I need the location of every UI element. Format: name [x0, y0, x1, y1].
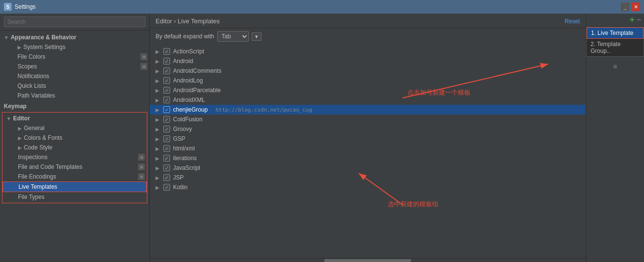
remove-button[interactable]: −	[637, 16, 641, 24]
row-checkbox-6[interactable]: ✓	[163, 106, 170, 113]
sidebar-item-path-variables[interactable]: Path Variables	[0, 91, 149, 100]
sidebar-item-scopes[interactable]: Scopes ⊞	[0, 62, 149, 71]
sidebar-item-appearance[interactable]: ▼ Appearance & Behavior	[0, 33, 149, 42]
list-item[interactable]: ▶ ✓ AndroidXML	[150, 95, 586, 105]
sidebar-item-code-style[interactable]: ▶ Code Style	[2, 143, 147, 152]
row-name-2: AndroidComments	[173, 67, 221, 74]
row-arrow-7: ▶	[156, 117, 160, 122]
close-button[interactable]: ✕	[631, 2, 640, 11]
dropdown-item-live-template[interactable]: 1. Live Template	[587, 27, 644, 39]
row-arrow-1: ▶	[156, 59, 160, 64]
row-arrow-6: ▶	[156, 107, 160, 113]
sidebar-item-inspections[interactable]: Inspections ⊞	[2, 152, 147, 162]
list-item[interactable]: ▶ ✓ ColdFusion	[150, 115, 586, 124]
row-checkbox-1[interactable]: ✓	[163, 58, 170, 65]
list-item[interactable]: ▶ ✓ Kotlin	[150, 182, 586, 192]
sidebar-item-label-general: General	[24, 125, 143, 131]
sidebar-item-quick-lists[interactable]: Quick Lists	[0, 81, 149, 91]
row-arrow-10: ▶	[156, 146, 160, 151]
list-item[interactable]: ▶ ✓ html/xml	[150, 144, 586, 153]
row-arrow-0: ▶	[156, 49, 160, 54]
row-checkbox-12[interactable]: ✓	[163, 164, 170, 171]
sidebar-item-general[interactable]: ▶ General	[2, 123, 147, 133]
sidebar-item-label-inspections: Inspections	[18, 154, 138, 161]
row-checkbox-14[interactable]: ✓	[163, 184, 170, 191]
search-input[interactable]	[4, 16, 145, 27]
sidebar-item-label-file-colors: File Colors	[17, 53, 140, 60]
sidebar-item-editor[interactable]: ▼ Editor	[2, 114, 147, 123]
row-name-5: AndroidXML	[173, 97, 205, 103]
nav-section-appearance: ▼ Appearance & Behavior ▶ System Setting…	[0, 33, 149, 100]
far-right-panel: + − 1. Live Template 2. Template Group..…	[586, 14, 644, 262]
sidebar-item-label-path-variables: Path Variables	[17, 92, 55, 99]
list-item[interactable]: ▶ ✓ GSP	[150, 134, 586, 144]
sidebar-item-system-settings[interactable]: ▶ System Settings	[0, 42, 149, 52]
list-item[interactable]: ▶ ✓ iterations	[150, 153, 586, 163]
expand-dropdown-arrow[interactable]: ▼	[252, 33, 261, 41]
list-item[interactable]: ▶ ✓ Groovy	[150, 124, 586, 134]
minimize-button[interactable]: _	[621, 2, 629, 11]
sidebar-item-file-encodings[interactable]: File Encodings ⊞	[2, 172, 147, 181]
list-item-selected[interactable]: ▶ ✓ chenjieGroup http://blog.csdn.net/pu…	[150, 105, 586, 115]
list-icon-button[interactable]: ≡	[613, 63, 617, 70]
sidebar-item-label-scopes: Scopes	[17, 63, 140, 70]
list-item[interactable]: ▶ ✓ ActionScript	[150, 47, 586, 56]
list-item[interactable]: ▶ ✓ Android	[150, 56, 586, 66]
file-encodings-icon: ⊞	[138, 173, 145, 180]
row-checkbox-2[interactable]: ✓	[163, 67, 170, 74]
row-arrow-14: ▶	[156, 185, 160, 190]
row-checkbox-10[interactable]: ✓	[163, 145, 170, 152]
sidebar-item-file-colors[interactable]: File Colors ⊞	[0, 52, 149, 62]
row-checkbox-4[interactable]: ✓	[163, 87, 170, 94]
sidebar-item-label-file-code-templates: File and Code Templates	[18, 164, 138, 170]
right-panel: Editor › Live Templates Reset By default…	[150, 14, 586, 262]
list-item[interactable]: ▶ ✓ AndroidComments	[150, 66, 586, 76]
row-name-6: chenjieGroup	[173, 106, 208, 113]
sidebar-item-live-templates[interactable]: Live Templates	[2, 181, 147, 192]
file-code-templates-icon: ⊞	[138, 164, 145, 170]
nav-section-editor: ▼ Editor ▶ General ▶ Colors & Fonts ▶ Co…	[2, 112, 147, 203]
row-arrow-11: ▶	[156, 156, 160, 161]
inspections-icon: ⊞	[138, 154, 145, 161]
row-checkbox-5[interactable]: ✓	[163, 97, 170, 103]
far-right-icon-area: ≡	[586, 59, 644, 74]
row-name-11: iterations	[173, 155, 197, 162]
row-checkbox-13[interactable]: ✓	[163, 174, 170, 181]
list-item[interactable]: ▶ ✓ AndroidLog	[150, 76, 586, 85]
list-item[interactable]: ▶ ✓ AndroidParcelable	[150, 85, 586, 95]
reset-button[interactable]: Reset	[565, 18, 580, 25]
list-item[interactable]: ▶ ✓ JSP	[150, 173, 586, 182]
add-button[interactable]: +	[629, 16, 635, 24]
scopes-icon: ⊞	[140, 63, 147, 70]
row-checkbox-8[interactable]: ✓	[163, 126, 170, 132]
horizontal-scrollbar[interactable]	[150, 258, 586, 262]
row-checkbox-11[interactable]: ✓	[163, 155, 170, 162]
sidebar-item-keymap[interactable]: Keymap	[0, 101, 149, 111]
row-checkbox-9[interactable]: ✓	[163, 135, 170, 142]
title-bar: S Settings _ ✕	[0, 0, 644, 14]
sidebar-item-colors-fonts[interactable]: ▶ Colors & Fonts	[2, 133, 147, 143]
sidebar-item-label-appearance: Appearance & Behavior	[11, 34, 76, 41]
expand-arrow-system: ▶	[17, 45, 21, 50]
row-name-0: ActionScript	[173, 48, 204, 55]
row-name-4: AndroidParcelable	[173, 87, 221, 94]
expand-arrow-colors: ▶	[18, 135, 22, 141]
expand-arrow-codestyle: ▶	[18, 145, 22, 150]
list-item[interactable]: ▶ ✓ JavaScript	[150, 163, 586, 173]
window-title: Settings	[15, 3, 621, 10]
sidebar-item-label-file-types: File Types	[18, 194, 44, 200]
nav-tree: ▼ Appearance & Behavior ▶ System Setting…	[0, 31, 149, 262]
sidebar-item-file-code-templates[interactable]: File and Code Templates ⊞	[2, 162, 147, 172]
sidebar-item-file-types[interactable]: File Types	[2, 192, 147, 202]
scrollbar-thumb[interactable]	[324, 259, 411, 262]
row-arrow-13: ▶	[156, 175, 160, 180]
row-checkbox-0[interactable]: ✓	[163, 48, 170, 55]
row-checkbox-3[interactable]: ✓	[163, 77, 170, 84]
row-arrow-9: ▶	[156, 136, 160, 142]
sidebar-item-notifications[interactable]: Notifications	[0, 71, 149, 81]
sidebar-item-label-notifications: Notifications	[17, 73, 49, 80]
expand-select[interactable]: Tab Enter Space	[217, 31, 249, 42]
row-name-8: Groovy	[173, 126, 192, 132]
row-checkbox-7[interactable]: ✓	[163, 116, 170, 123]
dropdown-item-template-group[interactable]: 2. Template Group..	[587, 39, 644, 56]
